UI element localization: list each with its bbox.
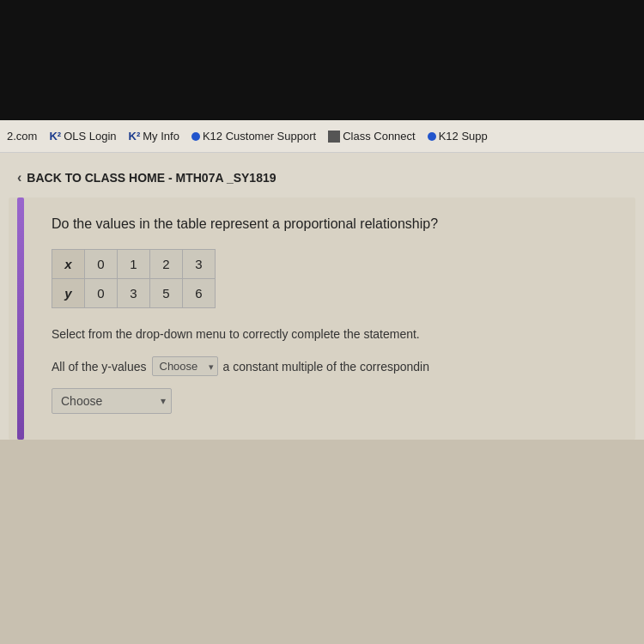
back-nav-label: BACK TO CLASS HOME - MTH07A _SY1819 — [27, 171, 276, 185]
back-nav[interactable]: ‹ BACK TO CLASS HOME - MTH07A _SY1819 — [0, 161, 644, 197]
table-cell-x1: 1 — [118, 250, 150, 279]
nav-bar: 2.com K² OLS Login K² My Info K12 Custom… — [0, 120, 644, 153]
back-chevron-icon: ‹ — [17, 170, 21, 185]
second-dropdown-row: Choose are are not — [52, 388, 618, 414]
nav-myinfo-label: My Info — [143, 130, 179, 143]
nav-k12supp-label: K12 Supp — [439, 130, 488, 143]
nav-item-k12-supp[interactable]: K12 Supp — [428, 130, 488, 143]
table-cell-x2: 2 — [150, 250, 183, 279]
table-cell-x3: 3 — [183, 250, 216, 279]
table-cell-y0: 0 — [85, 279, 118, 308]
k2-logo-myinfo: K² — [129, 130, 141, 143]
choose-dropdown-2[interactable]: Choose are are not — [52, 388, 172, 414]
nav-ols-label: OLS Login — [64, 130, 116, 143]
content-area: ‹ BACK TO CLASS HOME - MTH07A _SY1819 Do… — [0, 153, 644, 440]
choose-dropdown-1[interactable]: Choose are are not — [152, 356, 218, 376]
question-text: Do the values in the table represent a p… — [52, 215, 618, 234]
table-cell-y2: 5 — [150, 279, 183, 308]
table-row-y: y 0 3 5 6 — [52, 279, 216, 308]
choose-dropdown-2-wrapper: Choose are are not — [52, 388, 172, 414]
choose-dropdown-1-wrapper: Choose are are not — [152, 356, 218, 376]
dot-icon-green — [428, 132, 436, 141]
nav-item-my-info[interactable]: K² My Info — [129, 130, 179, 143]
table-cell-x0: 0 — [85, 250, 118, 279]
statement-row: All of the y-values Choose are are not a… — [52, 356, 618, 376]
nav-support-label: K12 Customer Support — [203, 130, 316, 143]
square-icon — [328, 131, 340, 143]
table-cell-y1: 3 — [118, 279, 150, 308]
nav-k12com-label: 2.com — [7, 130, 37, 143]
statement-prefix: All of the y-values — [52, 360, 147, 374]
nav-item-k12-support[interactable]: K12 Customer Support — [191, 130, 316, 143]
dot-icon-blue — [191, 132, 200, 141]
statement-suffix: a constant multiple of the correspondin — [223, 360, 429, 374]
table-cell-y3: 6 — [183, 279, 216, 308]
nav-classconnect-label: Class Connect — [343, 130, 416, 143]
table-label-y: y — [52, 279, 85, 308]
nav-item-k12com[interactable]: 2.com — [7, 130, 37, 143]
nav-item-class-connect[interactable]: Class Connect — [328, 130, 416, 143]
left-accent-bar — [17, 197, 24, 440]
k2-logo-ols: K² — [49, 130, 61, 143]
table-row-x: x 0 1 2 3 — [52, 250, 216, 279]
nav-item-ols-login[interactable]: K² OLS Login — [49, 130, 116, 143]
table-label-x: x — [52, 250, 85, 279]
instruction-text: Select from the drop-down menu to correc… — [52, 327, 618, 341]
top-black-bar — [0, 0, 644, 120]
data-table: x 0 1 2 3 y 0 3 5 6 — [52, 249, 216, 308]
main-card: Do the values in the table represent a p… — [9, 197, 635, 440]
